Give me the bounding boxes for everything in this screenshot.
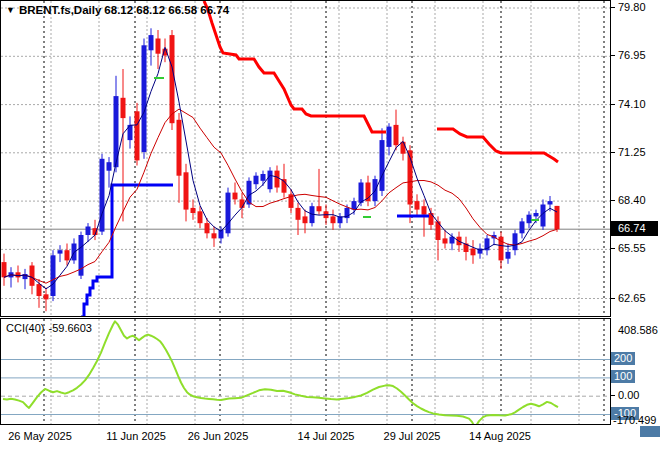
cci-indicator-panel[interactable]: CCI(40)-59.6603 xyxy=(0,318,611,425)
price-axis-tick xyxy=(611,7,615,8)
price-axis[interactable]: 79.8076.9574.1071.2568.4065.5562.6566.74… xyxy=(611,0,660,425)
price-axis-label: 79.80 xyxy=(618,0,646,14)
cci-max-label: 408.586 xyxy=(618,323,658,337)
trading-chart-window: ▼BRENT.fs,Daily68.12 68.12 66.58 66.74 C… xyxy=(0,0,660,450)
cci-level-label: 100 xyxy=(611,370,635,383)
price-axis-tick xyxy=(611,298,615,299)
main-chart-panel[interactable]: ▼BRENT.fs,Daily68.12 68.12 66.58 66.74 xyxy=(0,0,611,317)
price-axis-tick xyxy=(611,248,615,249)
indicator-name: CCI(40) xyxy=(6,322,45,334)
price-axis-label: 65.55 xyxy=(618,241,646,255)
price-axis-label: 62.65 xyxy=(618,291,646,305)
cci-zero-label: 0.00 xyxy=(618,388,639,402)
price-axis-label: 76.95 xyxy=(618,48,646,62)
price-axis-label: 71.25 xyxy=(618,145,646,159)
indicator-value: -59.6603 xyxy=(49,322,92,334)
chart-title: ▼BRENT.fs,Daily68.12 68.12 66.58 66.74 xyxy=(6,4,232,16)
price-axis-tick xyxy=(611,104,615,105)
time-axis-label: 11 Jun 2025 xyxy=(98,429,174,443)
time-axis-label: 14 Aug 2025 xyxy=(462,429,538,443)
cci-min-label: -170.499 xyxy=(613,413,656,427)
price-axis-tick xyxy=(611,55,615,56)
cci-axis-tick xyxy=(611,395,615,396)
price-axis-tick xyxy=(611,152,615,153)
ohlc-values: 68.12 68.12 66.58 66.74 xyxy=(104,4,229,16)
candlestick-chart-canvas[interactable] xyxy=(1,1,610,316)
time-axis-label: 26 Jun 2025 xyxy=(180,429,256,443)
time-axis-label: 14 Jul 2025 xyxy=(288,429,364,443)
symbol-dropdown-icon: ▼ xyxy=(6,5,15,15)
current-price-label: 66.74 xyxy=(611,221,658,236)
price-axis-label: 68.40 xyxy=(618,193,646,207)
price-axis-tick xyxy=(611,200,615,201)
time-axis-label: 29 Jul 2025 xyxy=(374,429,450,443)
axis-corner-marker xyxy=(640,426,660,437)
cci-level-label: 200 xyxy=(611,352,635,365)
time-axis[interactable]: 26 May 202511 Jun 202526 Jun 202514 Jul … xyxy=(0,426,660,450)
price-axis-label: 74.10 xyxy=(618,97,646,111)
time-axis-label: 26 May 2025 xyxy=(2,429,78,443)
indicator-title: CCI(40)-59.6603 xyxy=(6,322,96,334)
symbol-period-label: BRENT.fs,Daily xyxy=(19,4,101,16)
cci-indicator-canvas[interactable] xyxy=(1,319,610,424)
